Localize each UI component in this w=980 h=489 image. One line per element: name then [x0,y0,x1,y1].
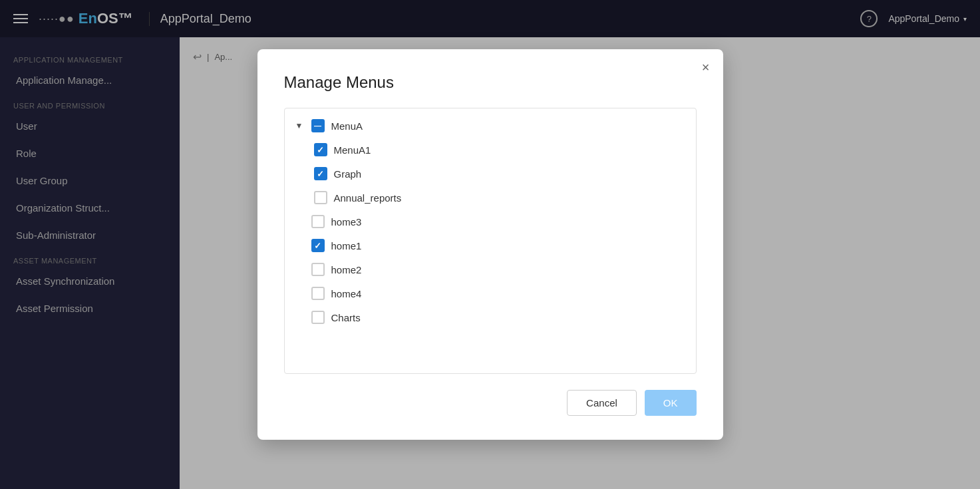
tree-item-menuA1[interactable]: MenuA1 [285,138,696,162]
tree-item-home1[interactable]: ▶ home1 [285,234,696,257]
checkbox-home2[interactable] [311,263,325,276]
tree-item-label-menuA: MenuA [331,120,363,132]
tree-item-label-home3: home3 [331,216,362,228]
tree-item-label-home2: home2 [331,264,362,275]
tree-item-home4[interactable]: ▶ home4 [285,281,696,305]
tree-item-label-charts: Charts [331,312,361,323]
tree-item-home3[interactable]: ▶ home3 [285,210,696,234]
tree-item-label-home1: home1 [331,240,362,251]
dialog-title: Manage Menus [284,73,697,92]
tree-item-charts[interactable]: ▶ Charts [285,305,696,329]
checkbox-menuA[interactable] [311,119,325,132]
tree-item-label-annual-reports: Annual_reports [334,192,402,204]
tree-item-label-menuA1: MenuA1 [334,144,371,156]
ok-button[interactable]: OK [645,390,697,416]
dialog-close-button[interactable]: × [702,60,710,75]
tree-item-menuA[interactable]: ▼ MenuA [285,114,696,138]
tree-item-label-home4: home4 [331,288,362,299]
cancel-button[interactable]: Cancel [567,390,637,416]
tree-item-label-graph: Graph [334,168,362,180]
chevron-toggle-icon[interactable]: ▼ [295,121,305,130]
tree-item-graph[interactable]: Graph [285,162,696,186]
checkbox-home3[interactable] [311,215,325,228]
checkbox-home1[interactable] [311,239,325,252]
checkbox-menuA1[interactable] [314,143,327,156]
checkbox-annual-reports[interactable] [314,191,327,204]
dialog-overlay: × Manage Menus ▼ MenuA MenuA1 Graph A [0,0,980,489]
checkbox-home4[interactable] [311,287,325,300]
manage-menus-dialog: × Manage Menus ▼ MenuA MenuA1 Graph A [257,49,723,440]
dialog-footer: Cancel OK [284,390,697,416]
checkbox-charts[interactable] [311,311,325,324]
checkbox-graph[interactable] [314,167,327,180]
menu-tree-list[interactable]: ▼ MenuA MenuA1 Graph Annual_reports ▶ [284,108,697,374]
tree-item-annual-reports[interactable]: Annual_reports [285,186,696,210]
tree-item-home2[interactable]: ▶ home2 [285,257,696,281]
